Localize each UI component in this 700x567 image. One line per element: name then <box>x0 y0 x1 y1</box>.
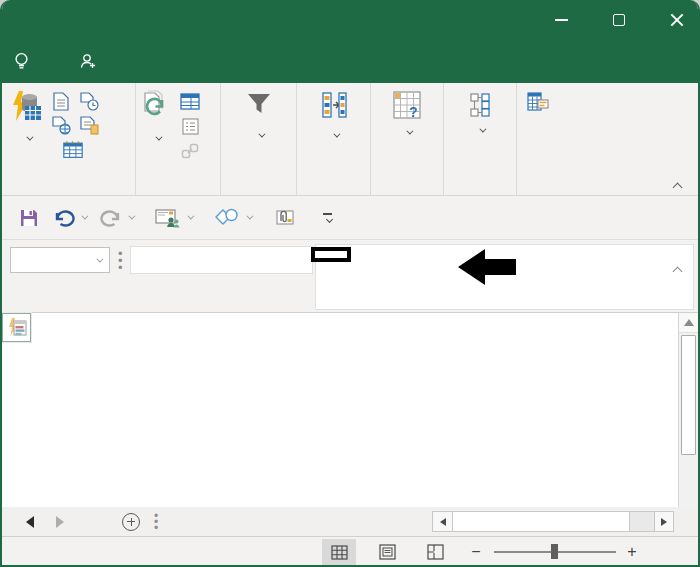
quick-access-toolbar <box>2 196 698 240</box>
get-data-icon <box>10 90 43 123</box>
group-label-get-transform <box>4 178 133 195</box>
recent-sources-icon[interactable] <box>79 91 99 111</box>
triangle-up-icon <box>684 319 694 326</box>
properties-icon[interactable] <box>180 116 200 136</box>
horizontal-scrollbar[interactable] <box>432 511 674 532</box>
zoom-slider-handle[interactable] <box>551 544 558 559</box>
queries-connections-icon[interactable] <box>180 91 200 111</box>
data-analysis-icon <box>527 92 549 111</box>
group-queries-connections <box>135 83 220 195</box>
data-tools-button[interactable] <box>313 86 355 142</box>
dropdown-icon <box>81 213 88 220</box>
minimize-button[interactable] <box>550 9 572 31</box>
from-web-icon[interactable] <box>51 115 71 135</box>
formula-buttons <box>130 246 313 274</box>
share-person-icon <box>80 53 97 70</box>
dropdown-icon <box>258 131 265 138</box>
zoom-slider-track[interactable] <box>494 551 616 553</box>
dropdown-icon <box>246 213 253 220</box>
redo-icon <box>100 209 122 227</box>
refresh-all-button[interactable] <box>138 86 178 145</box>
tab-bar-splitter[interactable]: ••• <box>154 507 158 536</box>
formula-input[interactable] <box>315 244 694 310</box>
collapse-formula-bar-button[interactable] <box>674 261 681 279</box>
sheet-tab-bar: ••• <box>2 507 698 537</box>
group-label-sort-filter <box>223 178 294 195</box>
email-button[interactable] <box>150 205 197 231</box>
close-button[interactable] <box>666 9 688 31</box>
save-button[interactable] <box>14 205 44 231</box>
sort-filter-button[interactable] <box>238 86 280 142</box>
new-sheet-button[interactable] <box>122 507 140 536</box>
group-label-forecast <box>373 178 441 195</box>
normal-view-icon <box>331 545 348 560</box>
prev-sheet-button[interactable] <box>26 516 34 528</box>
group-outline <box>443 83 516 195</box>
maximize-button[interactable] <box>608 9 630 31</box>
scroll-right-button[interactable] <box>654 512 673 531</box>
name-box[interactable] <box>10 247 110 273</box>
refresh-all-icon <box>140 90 172 123</box>
vertical-scrollbar[interactable] <box>678 313 698 507</box>
get-data-button[interactable] <box>4 86 49 145</box>
group-label-outline <box>446 178 514 195</box>
existing-connections-icon[interactable] <box>63 139 83 159</box>
svg-text:?: ? <box>409 104 418 120</box>
redo-button[interactable] <box>95 206 138 230</box>
dropdown-icon <box>128 213 135 220</box>
share-button[interactable] <box>80 40 102 83</box>
formula-bar-splitter[interactable]: ••• <box>118 250 123 271</box>
ribbon-data-tab-content: ? <box>2 83 698 196</box>
dropdown-icon <box>333 131 340 138</box>
title-bar <box>2 0 698 40</box>
sort-filter-icon <box>244 90 274 120</box>
group-sort-filter <box>220 83 296 195</box>
data-analysis-button[interactable] <box>519 86 563 117</box>
status-bar: − + <box>2 537 698 567</box>
name-box-dropdown-icon <box>96 255 103 262</box>
page-layout-icon <box>379 544 396 560</box>
annotation-arrow-icon <box>458 248 516 290</box>
close-icon <box>670 13 684 27</box>
dropdown-icon <box>406 128 413 135</box>
normal-view-button[interactable] <box>322 539 356 565</box>
group-get-transform <box>2 83 135 195</box>
attach-file-button[interactable] <box>268 205 302 231</box>
outline-icon <box>465 90 495 120</box>
ribbon-tab-row <box>2 40 698 83</box>
vertical-scroll-thumb[interactable] <box>681 335 696 455</box>
group-forecast: ? <box>370 83 443 195</box>
shapes-icon <box>214 208 240 228</box>
dropdown-icon <box>155 134 162 141</box>
lightbulb-icon <box>6 52 36 72</box>
forecast-button[interactable]: ? <box>384 86 430 135</box>
customize-qat-button[interactable] <box>318 210 337 225</box>
data-tools-icon <box>319 90 349 120</box>
next-sheet-button[interactable] <box>56 516 64 528</box>
formula-bar-area: ••• <box>2 240 698 313</box>
email-icon <box>155 208 181 228</box>
dropdown-icon <box>187 213 194 220</box>
horizontal-scroll-thumb[interactable] <box>452 512 630 531</box>
shapes-button[interactable] <box>209 205 256 231</box>
outline-button[interactable] <box>459 86 501 133</box>
quick-analysis-button[interactable] <box>2 313 31 342</box>
scroll-left-button[interactable] <box>433 512 452 531</box>
edit-links-icon[interactable] <box>180 141 200 161</box>
from-table-range-icon[interactable] <box>79 115 99 135</box>
page-layout-view-button[interactable] <box>370 539 404 565</box>
formula-annotation-box <box>311 247 351 262</box>
chevron-up-icon <box>673 267 683 277</box>
collapse-ribbon-button[interactable] <box>674 177 686 187</box>
triangle-right-icon <box>661 518 667 526</box>
page-break-view-button[interactable] <box>418 539 452 565</box>
group-label-queries <box>138 178 218 195</box>
zoom-in-button[interactable]: + <box>624 543 640 561</box>
zoom-out-button[interactable]: − <box>468 543 484 561</box>
spreadsheet-grid <box>2 313 698 507</box>
page-break-preview-icon <box>427 544 444 560</box>
undo-button[interactable] <box>48 206 91 230</box>
minimize-icon <box>555 19 568 21</box>
scroll-up-button[interactable] <box>679 313 698 333</box>
from-text-icon[interactable] <box>51 91 71 111</box>
